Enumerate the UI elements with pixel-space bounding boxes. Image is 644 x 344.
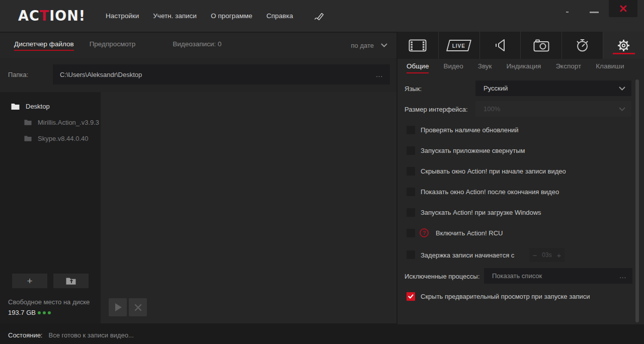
hide-preview-checkbox[interactable] xyxy=(407,292,415,301)
start-with-windows-label: Запускать Action! при загрузке Windows xyxy=(421,209,541,216)
settings-panel: LIVE xyxy=(397,32,644,324)
tree-item-mirillis[interactable]: Mirillis.Action_.v3.9.3 xyxy=(0,114,101,130)
tab-live-streaming[interactable]: LIVE xyxy=(439,32,480,59)
hide-on-record-label: Скрывать окно Action! при начале записи … xyxy=(421,167,566,175)
language-value: Русский xyxy=(484,84,619,92)
tree-actions: + xyxy=(12,274,89,288)
active-tab-indicator xyxy=(613,53,635,54)
record-delay-checkbox[interactable] xyxy=(407,250,415,259)
tab-export[interactable]: Экспорт xyxy=(555,62,581,73)
stepper-plus-button[interactable]: + xyxy=(553,251,565,260)
tree-item-label: Skype.v8.44.0.40 xyxy=(38,135,88,142)
menu-item-about[interactable]: О программе xyxy=(211,12,253,20)
logo-accent-letter: T xyxy=(40,8,49,24)
tree-item-desktop[interactable]: Desktop xyxy=(0,98,101,114)
folder-icon xyxy=(11,103,20,110)
tree-item-skype[interactable]: Skype.v8.44.0.40 xyxy=(0,130,101,146)
chevron-down-icon xyxy=(381,43,387,47)
tab-video-recording[interactable] xyxy=(397,32,439,59)
tab-hotkeys[interactable]: Клавиши xyxy=(596,62,624,73)
browse-folder-button[interactable]: ... xyxy=(376,71,383,78)
status-bar: Состояние: Все готово к записи видео... xyxy=(0,326,644,344)
record-delay-label: Задержка записи начинается с xyxy=(421,251,514,259)
hide-on-record-checkbox[interactable] xyxy=(407,167,415,176)
tab-benchmark[interactable] xyxy=(562,32,603,59)
folder-path-field[interactable]: C:\Users\Aleksandr\Desktop ... xyxy=(53,64,390,84)
delay-stepper: − 03s + xyxy=(529,248,565,262)
add-folder-button[interactable]: + xyxy=(12,274,47,288)
hide-preview-label: Скрыть предварительный просмотр при запу… xyxy=(421,293,590,300)
stopwatch-icon xyxy=(576,39,589,52)
recordings-list-area xyxy=(101,92,396,323)
disk-space-value: 193.7 GB xyxy=(8,309,36,316)
sort-dropdown[interactable]: по дате xyxy=(351,42,387,49)
excluded-processes-field[interactable]: Показать список ... xyxy=(484,268,632,284)
x-icon xyxy=(134,304,142,311)
stepper-minus-button[interactable]: − xyxy=(529,251,540,260)
tab-file-manager[interactable]: Диспетчер файлов xyxy=(14,40,74,51)
check-updates-checkbox[interactable] xyxy=(407,126,415,134)
excluded-processes-more-button[interactable]: ... xyxy=(619,272,626,280)
record-delay-row: Задержка записи начинается с − 03s + xyxy=(397,248,644,262)
folder-toolbar: Папка: C:\Users\Aleksandr\Desktop ... xyxy=(0,58,396,92)
tab-sound[interactable]: Звук xyxy=(478,62,492,73)
camera-icon xyxy=(533,39,549,52)
tree-item-label: Desktop xyxy=(26,103,50,110)
show-after-record-checkbox[interactable] xyxy=(407,188,415,196)
disk-status-dot xyxy=(43,311,46,314)
tab-video[interactable]: Видео xyxy=(443,62,463,73)
enable-rcu-checkbox[interactable] xyxy=(407,229,415,237)
start-minimized-row: Запускать приложение свернутым xyxy=(397,146,644,155)
menu-item-settings[interactable]: Настройки xyxy=(106,12,139,20)
folder-path-value: C:\Users\Aleksandr\Desktop xyxy=(60,71,376,78)
disk-space-label: Свободное место на диске xyxy=(8,298,90,306)
disk-space-info: Свободное место на диске 193.7 GB xyxy=(8,298,90,316)
check-updates-label: Проверять наличие обновлений xyxy=(421,126,519,134)
main-menu: Настройки Учетн. записи О программе Спра… xyxy=(106,12,293,20)
status-message: Все готово к записи видео... xyxy=(48,331,133,339)
live-label: LIVE xyxy=(452,43,465,49)
check-icon xyxy=(408,294,414,299)
sort-value: по дате xyxy=(351,42,374,49)
language-row: Язык: Русский xyxy=(397,80,644,96)
tab-preview[interactable]: Предпросмотр xyxy=(90,40,136,51)
file-manager-body: Desktop Mirillis.Action_.v3.9.3 Skype.v8… xyxy=(0,92,396,323)
ui-size-value: 100% xyxy=(484,105,619,113)
close-button[interactable] xyxy=(609,0,637,17)
hide-on-record-row: Скрывать окно Action! при начале записи … xyxy=(397,166,644,176)
play-icon xyxy=(115,303,122,311)
tab-general[interactable]: Общие xyxy=(407,62,429,73)
tray-minimize-button[interactable] xyxy=(566,12,569,13)
delete-recording-button[interactable] xyxy=(129,298,147,316)
logo-text: AC xyxy=(18,8,40,24)
start-minimized-checkbox[interactable] xyxy=(407,146,415,155)
status-label: Состояние: xyxy=(8,331,42,339)
file-manager-tabs: Диспетчер файлов Предпросмотр Видеозапис… xyxy=(0,33,396,58)
menu-item-help[interactable]: Справка xyxy=(267,12,293,20)
tab-screenshot[interactable] xyxy=(521,32,562,59)
menu-bar: ACTION! Настройки Учетн. записи О програ… xyxy=(0,0,644,32)
excluded-processes-value: Показать список xyxy=(492,272,619,280)
plus-icon: + xyxy=(27,276,32,287)
tab-settings[interactable] xyxy=(603,32,644,59)
close-icon xyxy=(620,5,627,12)
enable-rcu-row: ? Включить Action! RCU xyxy=(397,228,644,237)
settings-scrollbar[interactable] xyxy=(635,79,639,322)
window-controls xyxy=(566,0,644,23)
open-folder-button[interactable] xyxy=(53,274,89,288)
tab-hud[interactable]: Индикация xyxy=(507,62,541,73)
play-recording-button[interactable] xyxy=(109,298,127,316)
logo-text-2: ION! xyxy=(49,8,86,24)
folder-label: Папка: xyxy=(8,71,28,78)
menu-item-accounts[interactable]: Учетн. записи xyxy=(153,12,197,20)
minimize-button[interactable] xyxy=(590,12,599,13)
folder-icon xyxy=(24,119,32,125)
action-logo: ACTION! xyxy=(18,8,86,24)
tab-audio-recording[interactable] xyxy=(480,32,521,59)
language-dropdown[interactable]: Русский xyxy=(475,80,631,96)
help-icon[interactable]: ? xyxy=(420,228,429,237)
start-with-windows-checkbox[interactable] xyxy=(407,208,415,217)
pen-signature-icon[interactable] xyxy=(314,11,325,21)
delay-value: 03s xyxy=(540,251,553,259)
enable-rcu-label: Включить Action! RCU xyxy=(436,229,503,237)
